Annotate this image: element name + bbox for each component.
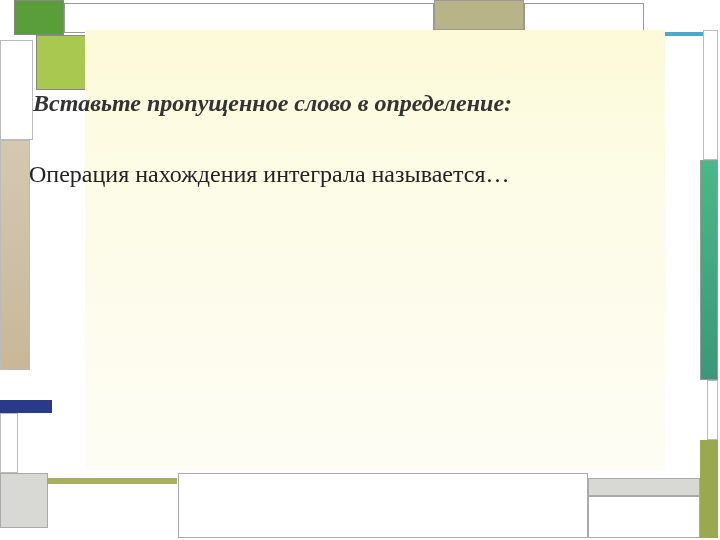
deco-block: [703, 30, 718, 160]
deco-block: [434, 0, 524, 30]
deco-block: [14, 0, 64, 35]
deco-block: [0, 400, 52, 413]
deco-block: [700, 160, 718, 380]
deco-block: [0, 40, 33, 140]
deco-block: [0, 473, 48, 528]
deco-block: [524, 3, 644, 33]
deco-block: [0, 413, 18, 473]
slide-body-text: Операция нахождения интеграла называется…: [29, 161, 665, 188]
deco-block: [588, 478, 700, 496]
deco-block: [700, 440, 718, 538]
slide-content: Вставьте пропущенное слово в определение…: [85, 30, 665, 470]
deco-block: [178, 473, 588, 538]
deco-block: [588, 496, 700, 538]
deco-block: [64, 3, 434, 33]
slide-heading: Вставьте пропущенное слово в определение…: [33, 90, 665, 117]
deco-line: [47, 478, 177, 484]
deco-block: [707, 380, 718, 440]
deco-block: [0, 140, 30, 370]
deco-block: [36, 35, 91, 90]
